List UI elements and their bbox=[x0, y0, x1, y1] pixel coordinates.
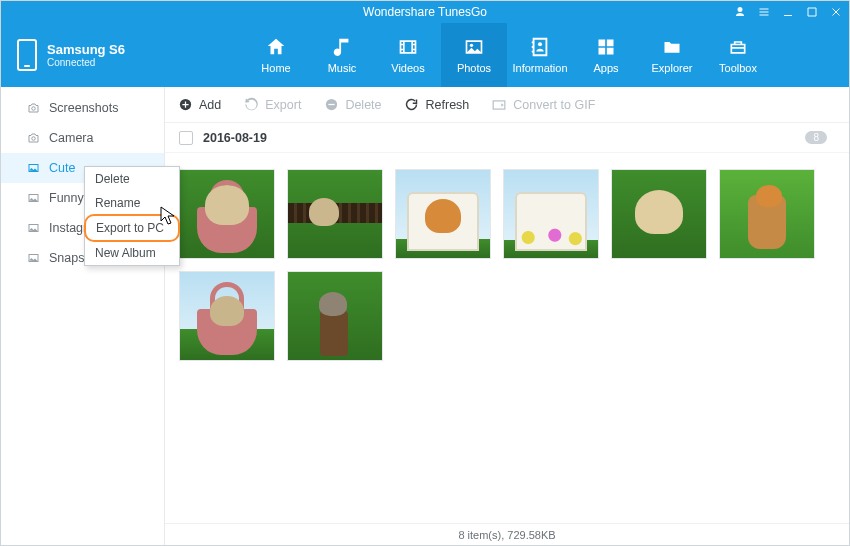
apps-icon bbox=[593, 36, 619, 58]
main-panel: Add Export Delete Refresh Convert to GIF… bbox=[165, 87, 849, 545]
nav-label: Videos bbox=[391, 62, 424, 74]
cursor-icon bbox=[160, 206, 176, 226]
menu-icon[interactable] bbox=[757, 5, 771, 19]
add-button[interactable]: Add bbox=[177, 97, 221, 113]
export-button[interactable]: Export bbox=[243, 97, 301, 113]
toolbar-label: Refresh bbox=[426, 98, 470, 112]
photo-thumbnail[interactable] bbox=[719, 169, 815, 259]
nav-toolbox[interactable]: Toolbox bbox=[705, 23, 771, 87]
date-section-header[interactable]: 2016-08-19 8 bbox=[165, 123, 849, 153]
photo-thumbnail[interactable] bbox=[179, 169, 275, 259]
music-icon bbox=[329, 36, 355, 58]
delete-button[interactable]: Delete bbox=[323, 97, 381, 113]
toolbar-label: Delete bbox=[345, 98, 381, 112]
sidebar-label: Cute bbox=[49, 161, 75, 175]
sidebar: Screenshots Camera Cute Funny Instagram … bbox=[1, 87, 165, 545]
section-date: 2016-08-19 bbox=[203, 131, 267, 145]
toolbar-label: Add bbox=[199, 98, 221, 112]
image-icon bbox=[25, 161, 41, 175]
toolbox-icon bbox=[725, 36, 751, 58]
photo-thumbnail[interactable] bbox=[503, 169, 599, 259]
toolbar-label: Export bbox=[265, 98, 301, 112]
delete-icon bbox=[323, 97, 339, 113]
photo-thumbnail[interactable] bbox=[287, 271, 383, 361]
svg-point-0 bbox=[470, 44, 473, 47]
select-all-checkbox[interactable] bbox=[179, 131, 193, 145]
gif-icon bbox=[491, 97, 507, 113]
header: Samsung S6 Connected Home Music Videos P… bbox=[1, 23, 849, 87]
status-text: 8 item(s), 729.58KB bbox=[458, 529, 555, 541]
window-controls bbox=[733, 1, 843, 23]
nav-music[interactable]: Music bbox=[309, 23, 375, 87]
camera-icon bbox=[25, 131, 41, 145]
minimize-icon[interactable] bbox=[781, 5, 795, 19]
sidebar-label: Screenshots bbox=[49, 101, 118, 115]
plus-icon bbox=[177, 97, 193, 113]
convert-gif-button[interactable]: Convert to GIF bbox=[491, 97, 595, 113]
nav-photos[interactable]: Photos bbox=[441, 23, 507, 87]
nav-label: Explorer bbox=[652, 62, 693, 74]
export-icon bbox=[243, 97, 259, 113]
toolbar: Add Export Delete Refresh Convert to GIF bbox=[165, 87, 849, 123]
nav-information[interactable]: Information bbox=[507, 23, 573, 87]
refresh-icon bbox=[404, 97, 420, 113]
nav-label: Apps bbox=[593, 62, 618, 74]
app-title: Wondershare TunesGo bbox=[363, 5, 487, 19]
photo-thumbnail[interactable] bbox=[287, 169, 383, 259]
context-menu-new-album[interactable]: New Album bbox=[85, 241, 179, 265]
phone-icon bbox=[17, 39, 37, 71]
maximize-icon[interactable] bbox=[805, 5, 819, 19]
nav-apps[interactable]: Apps bbox=[573, 23, 639, 87]
svg-point-3 bbox=[31, 137, 35, 141]
sidebar-item-camera[interactable]: Camera bbox=[1, 123, 164, 153]
photo-thumbnail[interactable] bbox=[395, 169, 491, 259]
nav-label: Photos bbox=[457, 62, 491, 74]
photo-thumbnail[interactable] bbox=[179, 271, 275, 361]
refresh-button[interactable]: Refresh bbox=[404, 97, 470, 113]
video-icon bbox=[395, 36, 421, 58]
nav-label: Music bbox=[328, 62, 357, 74]
photos-icon bbox=[461, 36, 487, 58]
svg-point-1 bbox=[538, 42, 542, 46]
folder-icon bbox=[659, 36, 685, 58]
image-icon bbox=[25, 191, 41, 205]
device-panel[interactable]: Samsung S6 Connected bbox=[1, 23, 165, 87]
home-icon bbox=[263, 36, 289, 58]
svg-point-2 bbox=[31, 107, 35, 111]
context-menu-delete[interactable]: Delete bbox=[85, 167, 179, 191]
image-icon bbox=[25, 221, 41, 235]
toolbar-label: Convert to GIF bbox=[513, 98, 595, 112]
contacts-icon bbox=[527, 36, 553, 58]
nav-home[interactable]: Home bbox=[243, 23, 309, 87]
photo-thumbnail[interactable] bbox=[611, 169, 707, 259]
photo-grid bbox=[165, 153, 849, 377]
close-icon[interactable] bbox=[829, 5, 843, 19]
sidebar-label: Camera bbox=[49, 131, 93, 145]
sidebar-item-screenshots[interactable]: Screenshots bbox=[1, 93, 164, 123]
titlebar: Wondershare TunesGo bbox=[1, 1, 849, 23]
image-icon bbox=[25, 251, 41, 265]
top-nav: Home Music Videos Photos Information App… bbox=[165, 23, 849, 87]
content-area: Screenshots Camera Cute Funny Instagram … bbox=[1, 87, 849, 545]
nav-label: Toolbox bbox=[719, 62, 757, 74]
sidebar-label: Funny bbox=[49, 191, 84, 205]
user-icon[interactable] bbox=[733, 5, 747, 19]
section-count-badge: 8 bbox=[805, 131, 827, 144]
status-bar: 8 item(s), 729.58KB bbox=[165, 523, 849, 545]
nav-videos[interactable]: Videos bbox=[375, 23, 441, 87]
device-name: Samsung S6 bbox=[47, 42, 125, 57]
nav-label: Home bbox=[261, 62, 290, 74]
camera-icon bbox=[25, 101, 41, 115]
nav-label: Information bbox=[512, 62, 567, 74]
nav-explorer[interactable]: Explorer bbox=[639, 23, 705, 87]
device-status: Connected bbox=[47, 57, 125, 68]
